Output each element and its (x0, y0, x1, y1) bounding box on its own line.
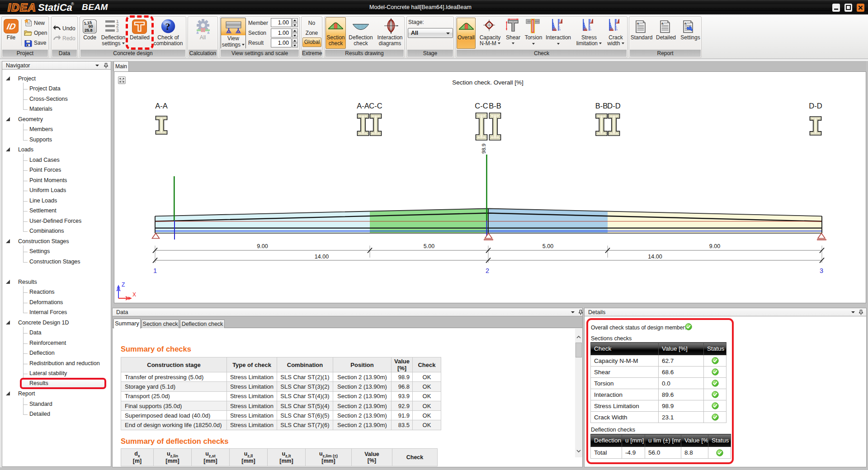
svg-text:Section check. Overall [%]: Section check. Overall [%] (452, 79, 524, 86)
svg-text:14.00: 14.00 (648, 254, 662, 260)
svg-text:3: 3 (116, 28, 119, 32)
svg-text:D-D: D-D (607, 102, 620, 110)
svg-text:C-C: C-C (369, 102, 382, 110)
svg-text:3: 3 (820, 267, 823, 274)
svg-text:98.9: 98.9 (481, 144, 486, 154)
svg-text:D-D: D-D (809, 102, 822, 110)
svg-text:B-B: B-B (595, 102, 608, 110)
svg-text:X: X (132, 291, 136, 298)
svg-text:25.8: 25.8 (85, 28, 93, 33)
svg-text:5.00: 5.00 (424, 243, 434, 249)
svg-text:9.00: 9.00 (257, 243, 268, 249)
svg-text:2: 2 (486, 267, 489, 274)
svg-text:1: 1 (153, 267, 157, 274)
svg-text:C-C: C-C (475, 102, 488, 110)
svg-text:9.00: 9.00 (709, 243, 720, 249)
svg-text:B-B: B-B (489, 102, 501, 110)
svg-text:5.00: 5.00 (542, 243, 553, 249)
svg-text:14.00: 14.00 (315, 254, 329, 260)
svg-text:Z: Z (122, 282, 125, 288)
svg-text:A-A: A-A (357, 102, 369, 110)
svg-text:?: ? (165, 21, 170, 32)
svg-text:A-A: A-A (155, 102, 168, 110)
